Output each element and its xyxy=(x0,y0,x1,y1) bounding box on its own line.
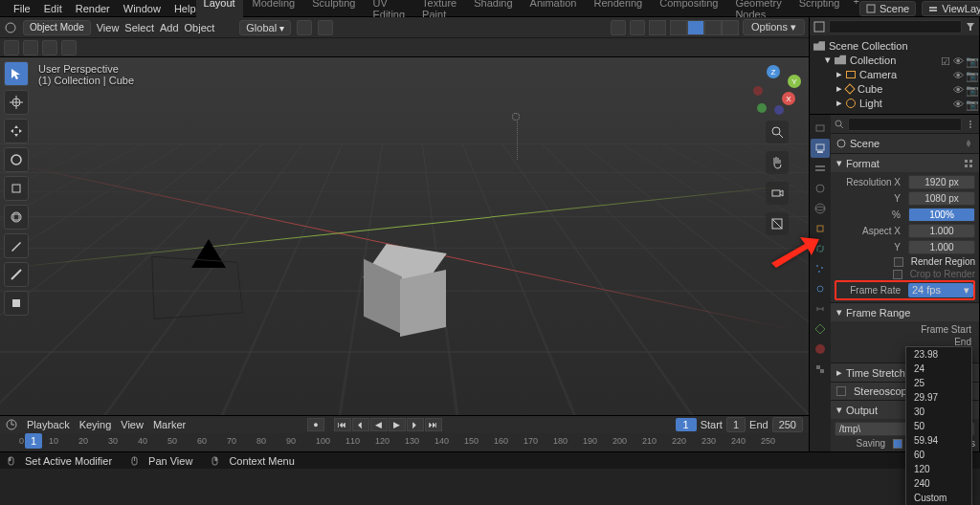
check-icon[interactable]: ☑ xyxy=(941,55,950,65)
eye-icon[interactable]: 👁 xyxy=(953,84,963,94)
camera-view-icon[interactable] xyxy=(766,182,789,205)
vp-menu-object[interactable]: Object xyxy=(185,22,215,33)
ptab-world[interactable] xyxy=(811,199,830,218)
orientation-select[interactable]: Global ▾ xyxy=(239,20,291,35)
vp-menu-add[interactable]: Add xyxy=(160,22,179,33)
snap-toggle[interactable] xyxy=(297,20,312,35)
tool-move[interactable] xyxy=(4,119,29,143)
fps-option[interactable]: 30 xyxy=(906,405,971,419)
start-frame[interactable]: 1 xyxy=(726,417,746,432)
select-mode-2[interactable] xyxy=(23,40,38,55)
shade-solid[interactable] xyxy=(687,20,704,35)
tl-playback[interactable]: Playback xyxy=(27,419,70,430)
gizmo-vis-toggle[interactable] xyxy=(611,20,626,35)
tree-light[interactable]: ▸ Light 👁📷 xyxy=(812,96,977,110)
panel-framerange-header[interactable]: ▾ Frame Range xyxy=(831,302,979,321)
ptab-data[interactable] xyxy=(811,319,830,339)
tool-transform[interactable] xyxy=(4,205,29,230)
menu-render[interactable]: Render xyxy=(76,3,110,14)
tl-marker[interactable]: Marker xyxy=(153,419,186,430)
stereo-check[interactable] xyxy=(836,386,846,396)
autokey-toggle[interactable]: ● xyxy=(307,418,324,431)
overlay-toggle[interactable] xyxy=(630,20,645,35)
ptab-material[interactable] xyxy=(811,340,830,359)
aspy-field[interactable]: 1.000 xyxy=(908,240,975,254)
render-region-check[interactable] xyxy=(894,257,903,267)
properties-search[interactable] xyxy=(848,118,962,131)
viewport-3d[interactable]: User Perspective (1) Collection | Cube Z… xyxy=(0,57,809,415)
tool-cursor[interactable] xyxy=(4,90,29,115)
zoom-icon[interactable] xyxy=(766,121,789,143)
tree-scene-collection[interactable]: Scene Collection xyxy=(812,39,977,53)
ptab-viewlayer[interactable] xyxy=(811,159,830,178)
gizmo-z[interactable]: Z xyxy=(767,65,780,78)
fps-option[interactable]: 60 xyxy=(906,448,971,462)
camera-vis-icon[interactable]: 📷 xyxy=(966,55,975,65)
options-icon[interactable] xyxy=(966,120,975,129)
eye-icon[interactable]: 👁 xyxy=(953,99,963,108)
camera-vis-icon[interactable]: 📷 xyxy=(966,70,975,79)
resx-field[interactable]: 1920 px xyxy=(908,175,975,189)
fps-option[interactable]: 240 xyxy=(906,476,971,491)
fps-option[interactable]: 59.94 xyxy=(906,433,971,448)
keyframe-next[interactable]: ⏵ xyxy=(407,418,424,431)
ptab-physics[interactable] xyxy=(811,279,830,298)
menu-edit[interactable]: Edit xyxy=(44,3,62,14)
shade-rendered[interactable] xyxy=(722,20,739,35)
fps-option[interactable]: 24 xyxy=(906,362,971,376)
playhead[interactable]: 1 xyxy=(25,433,42,449)
tl-keying[interactable]: Keying xyxy=(79,419,112,430)
editor-type-icon[interactable] xyxy=(4,21,17,34)
ptab-output[interactable] xyxy=(811,139,830,158)
select-mode-3[interactable] xyxy=(42,40,57,55)
menu-file[interactable]: File xyxy=(13,3,31,14)
tool-measure[interactable] xyxy=(4,262,29,287)
scene-selector[interactable]: Scene xyxy=(859,1,916,16)
ptab-constraints[interactable] xyxy=(811,299,830,318)
gizmo-neg-x[interactable] xyxy=(753,86,763,96)
timeline-ruler[interactable]: 1 01020304050607080901001101201301401501… xyxy=(0,433,809,451)
filter-icon[interactable] xyxy=(966,22,975,32)
gizmo-neg-z[interactable] xyxy=(774,105,784,115)
pan-icon[interactable] xyxy=(766,151,789,174)
xray-button[interactable] xyxy=(649,20,666,35)
pct-field[interactable]: 100% xyxy=(908,208,975,222)
menu-window[interactable]: Window xyxy=(123,3,161,14)
nav-gizmo[interactable]: Z Y X xyxy=(753,65,801,113)
crop-check[interactable] xyxy=(893,270,902,279)
tool-rotate[interactable] xyxy=(4,147,29,172)
shade-matprev[interactable] xyxy=(704,20,722,35)
viewlayer-selector[interactable]: ViewLayer xyxy=(922,1,980,16)
select-mode-1[interactable] xyxy=(4,40,19,55)
play-reverse[interactable]: ◀ xyxy=(370,418,388,431)
fps-option[interactable]: 50 xyxy=(906,419,971,433)
fps-option[interactable]: 29.97 xyxy=(906,390,971,405)
cube-object[interactable] xyxy=(364,249,445,330)
outliner-search[interactable] xyxy=(829,20,962,33)
gizmo-x[interactable]: X xyxy=(782,92,795,105)
fps-option[interactable]: 23.98 xyxy=(906,347,971,362)
eye-icon[interactable]: 👁 xyxy=(953,70,963,79)
tl-view[interactable]: View xyxy=(121,419,144,430)
proportional-toggle[interactable] xyxy=(318,20,333,35)
fps-option[interactable]: 25 xyxy=(906,376,971,390)
panel-format-header[interactable]: ▾ Format xyxy=(831,153,979,172)
tree-cube[interactable]: ▸ Cube 👁📷 xyxy=(812,81,977,96)
jump-end[interactable]: ⏭ xyxy=(425,418,442,431)
ptab-texture[interactable] xyxy=(811,360,830,379)
resy-field[interactable]: 1080 px xyxy=(908,191,975,206)
camera-vis-icon[interactable]: 📷 xyxy=(966,99,975,108)
pin-icon[interactable] xyxy=(964,139,973,148)
ptab-scene[interactable] xyxy=(811,179,830,198)
end-frame[interactable]: 250 xyxy=(772,417,803,432)
aspx-field[interactable]: 1.000 xyxy=(908,224,975,238)
light-object[interactable] xyxy=(512,113,520,121)
shade-wire[interactable] xyxy=(670,20,687,35)
fps-option[interactable]: 120 xyxy=(906,462,971,476)
eye-icon[interactable]: 👁 xyxy=(953,55,963,65)
current-frame[interactable]: 1 xyxy=(676,418,697,431)
viewport-options[interactable]: Options ▾ xyxy=(743,19,805,35)
persp-ortho-icon[interactable] xyxy=(766,212,789,235)
gizmo-neg-y[interactable] xyxy=(757,103,767,113)
outliner-editor-icon[interactable] xyxy=(813,21,825,33)
